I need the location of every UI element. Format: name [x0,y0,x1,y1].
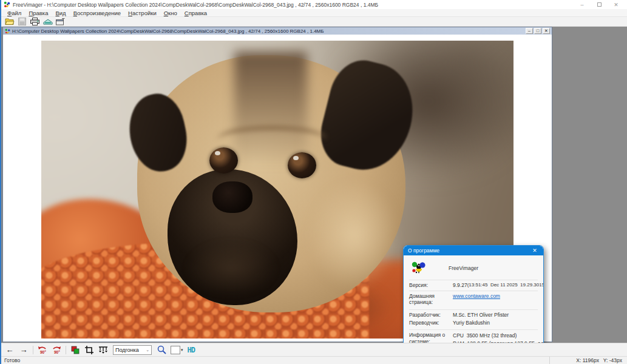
toolbar-separator [33,346,33,354]
developer-label: Разработчик: [409,312,453,318]
about-dialog-title: О программе [408,248,439,254]
color-swatch [171,346,180,354]
save-floppy-icon [18,18,26,25]
menu-window[interactable]: Окно [160,10,181,16]
freevimager-logo-icon [411,260,427,276]
maximize-icon [597,2,602,7]
rotate-left-90-button[interactable]: 90° [36,345,49,356]
mdi-client-area: H:\Computer Desktop Wallpapers Collectio… [1,27,627,343]
about-developer-row: Разработчик: M.Sc. ETH Oliver Pfister [409,310,538,318]
rotate-right-90-button[interactable]: 90° [50,345,63,356]
menu-view[interactable]: Вид [52,10,69,16]
translator-value: Yuriy Bakdushin [453,320,490,326]
color-adjust-button[interactable] [69,345,81,356]
version-label: Версия: [409,282,453,289]
about-app-name: FreeVimager [449,265,478,271]
title-bar[interactable]: FreeVimager - H:\Computer Desktop Wallpa… [1,0,627,9]
levels-icon [98,346,108,354]
child-window-title: H:\Computer Desktop Wallpapers Collectio… [12,29,324,34]
hq-toggle-button[interactable]: HD [188,346,195,354]
child-minimize-button[interactable]: – [526,28,533,34]
homepage-label: Домашняя страница: [409,293,453,306]
menu-bar: Файл Правка Вид Воспроизведение Настройк… [1,9,627,17]
scanner-icon [43,18,53,25]
printer-icon [30,18,39,25]
top-toolbar [1,17,627,27]
window-title: FreeVimager - H:\Computer Desktop Wallpa… [13,2,378,8]
close-button[interactable]: ✕ [608,1,625,9]
scan-button[interactable] [41,17,54,26]
print-button[interactable] [29,17,41,26]
about-version-row: Версия: 9.9.27 (13:51:45 Dec 11 2025 19.… [409,280,538,291]
sysinfo-label: Информация о системе: [409,332,453,343]
fit-mode-value: Подгонка [115,347,139,353]
capture-window-icon [56,18,65,25]
developer-value: M.Sc. ETH Oliver Pfister [453,312,509,318]
translator-label: Переводчик: [409,320,453,326]
sysinfo-values: CPU 3500 MHz (32 thread) RAM 128.0 ГБ (п… [453,332,544,343]
chevron-down-icon: ▾ [181,348,183,352]
menu-help[interactable]: Справка [181,10,211,16]
menu-file[interactable]: Файл [4,10,25,16]
about-dialog-close-button[interactable]: ✕ [530,248,539,254]
version-build: (13:51:45 Dec 11 2025 19.29.30159) [467,282,544,288]
chevron-down-icon: ⌄ [146,348,149,352]
save-button[interactable] [16,17,29,26]
about-app-row: FreeVimager [409,257,538,280]
about-dialog-title-bar[interactable]: О программе ✕ [404,246,543,255]
bottom-toolbar: ← → 90° 90° [1,343,627,356]
rotate-left-icon: 90° [37,345,48,355]
previous-image-button[interactable]: ← [4,345,16,356]
zoom-tool-button[interactable] [155,345,168,356]
about-translator-row: Переводчик: Yuriy Bakdushin [409,318,538,331]
about-dialog-body: FreeVimager Версия: 9.9.27 (13:51:45 Dec… [404,255,543,343]
open-folder-icon [5,18,15,25]
open-file-button[interactable] [3,17,16,26]
arrow-left-icon: ← [6,346,14,354]
menu-settings[interactable]: Настройки [124,10,160,16]
about-sysinfo-row: Информация о системе: CPU 3500 MHz (32 t… [409,330,538,343]
resize-levels-button[interactable] [97,345,109,356]
toolbar-separator [66,346,66,354]
status-bar: Готово X: 1196px Y: -43px [1,356,627,364]
menu-playback[interactable]: Воспроизведение [70,10,124,16]
about-homepage-row: Домашняя страница: www.contaware.com [409,291,538,310]
svg-text:90°: 90° [54,350,60,354]
color-swatches-icon [71,346,80,354]
rotate-right-icon: 90° [51,345,62,355]
cursor-coordinates: X: 1196px Y: -43px [549,357,627,364]
magnifier-icon [157,345,166,354]
arrow-right-icon: → [20,346,28,354]
app-logo-icon [4,1,10,8]
next-image-button[interactable]: → [18,345,30,356]
child-close-button[interactable]: ✕ [543,28,550,34]
sysinfo-cpu: CPU 3500 MHz (32 thread) [453,332,544,340]
about-dialog: О программе ✕ FreeVimager [403,245,544,343]
homepage-link[interactable]: www.contaware.com [453,293,500,299]
child-title-bar[interactable]: H:\Computer Desktop Wallpapers Collectio… [3,27,552,35]
child-maximize-button[interactable]: □ [534,28,541,34]
svg-text:90°: 90° [40,350,46,354]
background-color-picker[interactable]: ▾ [171,346,183,354]
minimize-button[interactable]: – [574,1,591,9]
capture-button[interactable] [54,17,67,26]
menu-edit[interactable]: Правка [25,10,52,16]
child-logo-icon [5,29,10,34]
version-value: 9.9.27 [453,282,467,289]
app-window: FreeVimager - H:\Computer Desktop Wallpa… [0,0,627,364]
maximize-button[interactable] [591,1,608,9]
crop-button[interactable] [83,345,95,356]
crop-icon [85,346,93,354]
fit-mode-dropdown[interactable]: Подгонка ⌄ [113,345,152,355]
status-message: Готово [1,357,549,363]
